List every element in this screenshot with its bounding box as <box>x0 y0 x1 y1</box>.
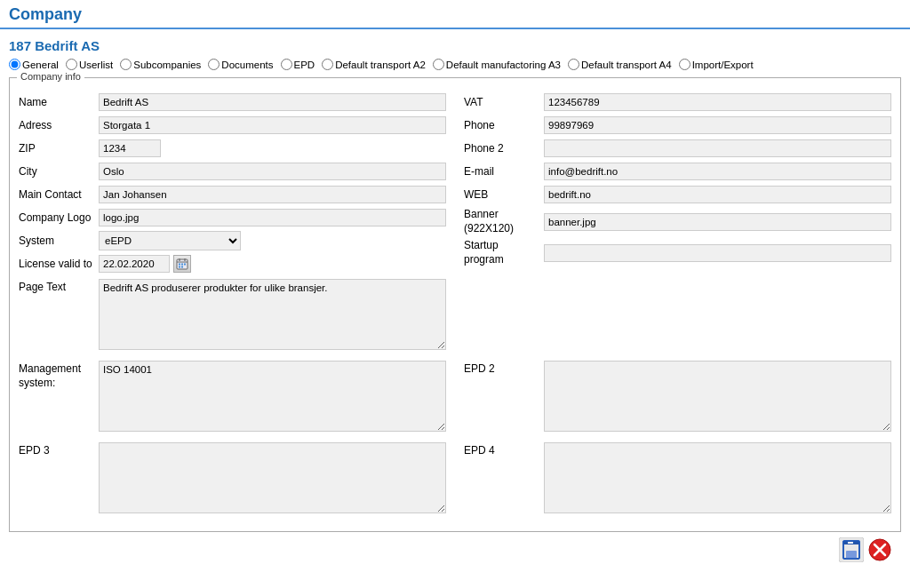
zip-input[interactable] <box>99 139 161 157</box>
tabs-container: General Userlist Subcompanies Documents … <box>0 57 910 74</box>
phone2-input[interactable] <box>544 139 891 157</box>
vat-input[interactable] <box>544 93 891 111</box>
svg-rect-8 <box>181 266 183 268</box>
svg-rect-6 <box>184 264 186 266</box>
svg-rect-12 <box>846 551 857 559</box>
epd4-label: EPD 4 <box>464 442 544 457</box>
banner-input[interactable] <box>544 213 891 231</box>
tab-default-manufactoring-a3[interactable]: Default manufactoring A3 <box>433 59 561 70</box>
epd4-textarea[interactable] <box>544 442 891 513</box>
startup-label: Startup program <box>464 239 544 266</box>
page-title: Company <box>9 5 82 23</box>
phone-label: Phone <box>464 119 544 131</box>
main-contact-label: Main Contact <box>19 188 99 201</box>
epd3-textarea[interactable] <box>99 442 446 513</box>
svg-rect-13 <box>848 542 853 544</box>
company-logo-label: Company Logo <box>19 211 99 224</box>
cancel-button[interactable] <box>867 537 892 562</box>
tab-subcompanies[interactable]: Subcompanies <box>120 59 201 70</box>
epd2-textarea[interactable] <box>544 361 891 432</box>
svg-rect-5 <box>181 264 183 266</box>
address-input[interactable] <box>99 116 446 134</box>
tab-default-transport-a4[interactable]: Default transport A4 <box>568 59 672 70</box>
save-button[interactable] <box>839 537 864 562</box>
phone-input[interactable] <box>544 116 891 134</box>
email-label: E-mail <box>464 165 544 178</box>
system-select[interactable]: eEPD Other <box>99 231 241 250</box>
zip-label: ZIP <box>19 142 99 155</box>
name-input[interactable] <box>99 93 446 111</box>
tab-documents[interactable]: Documents <box>208 59 273 70</box>
page-text-label: Page Text <box>19 279 99 293</box>
startup-input[interactable] <box>544 244 891 262</box>
tab-epd[interactable]: EPD <box>281 59 315 70</box>
management-system-label: Management system: <box>19 361 99 390</box>
banner-label: Banner (922X120) <box>464 208 544 235</box>
svg-rect-4 <box>179 264 180 266</box>
svg-rect-7 <box>179 266 180 268</box>
tab-userlist[interactable]: Userlist <box>66 59 113 70</box>
system-label: System <box>19 234 99 247</box>
address-label: Adress <box>19 119 99 131</box>
tab-default-transport-a2[interactable]: Default transport A2 <box>322 59 426 70</box>
tab-import-export[interactable]: Import/Export <box>679 59 754 70</box>
company-id: 187 Bedrift AS <box>0 35 910 57</box>
vat-label: VAT <box>464 96 544 108</box>
phone2-label: Phone 2 <box>464 142 544 155</box>
email-input[interactable] <box>544 163 891 180</box>
license-label: License valid to <box>19 258 99 270</box>
web-label: WEB <box>464 188 544 201</box>
city-label: City <box>19 165 99 178</box>
company-logo-input[interactable] <box>99 209 446 226</box>
calendar-icon[interactable] <box>173 255 191 273</box>
tab-general[interactable]: General <box>9 59 59 70</box>
web-input[interactable] <box>544 186 891 203</box>
epd2-label: EPD 2 <box>464 361 544 375</box>
epd3-label: EPD 3 <box>19 442 99 457</box>
license-date-input[interactable] <box>99 255 170 273</box>
name-label: Name <box>19 96 99 108</box>
city-input[interactable] <box>99 163 446 180</box>
main-contact-input[interactable] <box>99 186 446 203</box>
section-legend: Company info <box>17 71 84 82</box>
management-system-textarea[interactable] <box>99 361 446 432</box>
page-text-textarea[interactable] <box>99 279 446 350</box>
